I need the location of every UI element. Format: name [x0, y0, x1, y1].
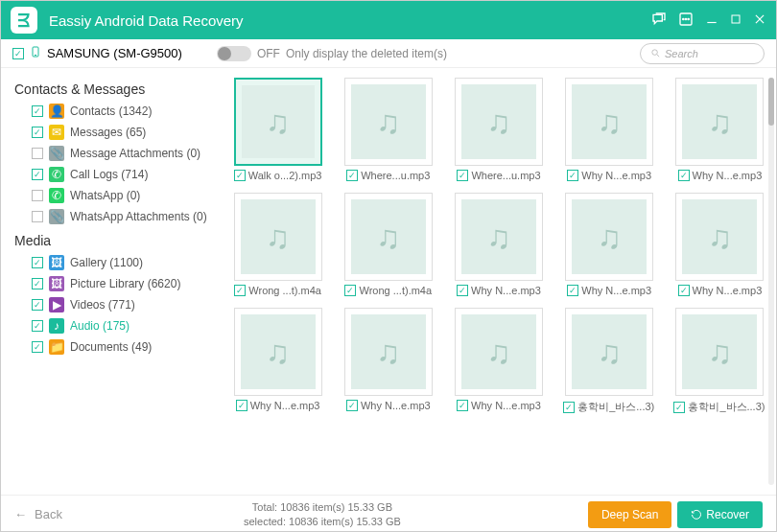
- audio-checkbox[interactable]: ✓: [678, 285, 690, 296]
- audio-item[interactable]: ♫✓Why N...e.mp3: [338, 308, 438, 414]
- sidebar-item-piclib[interactable]: ✓🖼Picture Library (6620): [14, 273, 222, 294]
- audio-checkbox[interactable]: ✓: [457, 400, 468, 411]
- audio-checkbox[interactable]: ✓: [563, 402, 575, 413]
- audio-checkbox[interactable]: ✓: [567, 285, 578, 296]
- audio-item[interactable]: ♫✓Why N...e.mp3: [559, 78, 660, 181]
- title-actions: [651, 12, 766, 30]
- app-title: Eassiy Android Data Recovery: [49, 12, 651, 29]
- device-bar: ✓ SAMSUNG (SM-G9500) OFF Only display th…: [1, 39, 776, 68]
- back-button[interactable]: ← Back: [14, 507, 62, 521]
- device-name: SAMSUNG (SM-G9500): [47, 46, 182, 60]
- toggle-label: Only display the deleted item(s): [286, 47, 447, 60]
- search-input[interactable]: Search: [640, 43, 765, 64]
- audio-checkbox[interactable]: ✓: [346, 400, 358, 411]
- audio-checkbox[interactable]: ✓: [457, 285, 468, 296]
- audio-thumbnail[interactable]: ♫: [234, 308, 322, 396]
- audio-thumbnail[interactable]: ♫: [455, 78, 543, 166]
- audio-checkbox[interactable]: ✓: [234, 170, 246, 181]
- audio-thumbnail[interactable]: ♫: [234, 78, 322, 166]
- sidebar-item-msgatt[interactable]: ✓📎Message Attachments (0): [14, 143, 222, 164]
- recover-icon: [691, 509, 702, 520]
- scrollbar-thumb[interactable]: [768, 78, 774, 126]
- audio-item[interactable]: ♫✓Wrong ...t).m4a: [227, 193, 328, 296]
- menu-icon[interactable]: [678, 12, 694, 30]
- music-note-icon: ♫: [266, 104, 291, 141]
- footer-stats: Total: 10836 item(s) 15.33 GB selected: …: [62, 500, 582, 528]
- audio-checkbox[interactable]: ✓: [236, 400, 247, 411]
- audio-checkbox[interactable]: ✓: [673, 402, 685, 413]
- audio-label: ✓Why N...e.mp3: [567, 170, 651, 181]
- audio-label: ✓Where...u.mp3: [457, 170, 540, 181]
- audio-thumbnail[interactable]: ♫: [234, 193, 322, 281]
- footer: ← Back Total: 10836 item(s) 15.33 GB sel…: [1, 495, 776, 532]
- music-note-icon: ♫: [376, 104, 401, 141]
- audio-checkbox[interactable]: ✓: [567, 170, 578, 181]
- audio-item[interactable]: ♫✓Why N...e.mp3: [670, 78, 770, 181]
- scrollbar-track[interactable]: [768, 78, 774, 485]
- svg-line-11: [657, 55, 659, 57]
- audio-label: ✓홍학비_바스...3).mp3: [673, 400, 765, 414]
- audio-checkbox[interactable]: ✓: [346, 170, 358, 181]
- audio-item[interactable]: ♫✓Why N...e.mp3: [559, 193, 660, 296]
- audio-thumbnail[interactable]: ♫: [344, 193, 433, 281]
- recover-button[interactable]: Recover: [677, 501, 763, 528]
- minimize-icon[interactable]: [705, 12, 718, 29]
- audio-filename: Where...u.mp3: [361, 170, 430, 181]
- svg-point-2: [685, 18, 686, 19]
- feedback-icon[interactable]: [651, 12, 667, 30]
- documents-icon: 📁: [49, 339, 64, 355]
- sidebar-item-contacts[interactable]: ✓👤Contacts (1342): [14, 101, 222, 122]
- whatsapp-icon: ✆: [49, 188, 64, 203]
- audio-item[interactable]: ♫✓홍학비_바스...3).mp3: [559, 308, 660, 414]
- sidebar-item-videos[interactable]: ✓▶Videos (771): [14, 294, 222, 315]
- audio-filename: Why N...e.mp3: [250, 400, 320, 411]
- audio-filename: Wrong ...t).m4a: [248, 285, 321, 296]
- audio-checkbox[interactable]: ✓: [234, 285, 246, 296]
- close-icon[interactable]: [753, 12, 766, 29]
- audio-thumbnail[interactable]: ♫: [675, 193, 764, 281]
- audio-thumbnail[interactable]: ♫: [565, 193, 653, 281]
- audio-item[interactable]: ♫✓Wrong ...t).m4a: [338, 193, 438, 296]
- svg-point-10: [652, 50, 658, 56]
- audio-item[interactable]: ♫✓Why N...e.mp3: [670, 193, 770, 296]
- audio-item[interactable]: ♫✓Why N...e.mp3: [448, 308, 549, 414]
- audio-item[interactable]: ♫✓Why N...e.mp3: [448, 193, 549, 296]
- audio-thumbnail[interactable]: ♫: [344, 308, 433, 396]
- wa-attachment-icon: 📎: [49, 209, 64, 224]
- sidebar-item-calllogs[interactable]: ✓✆Call Logs (714): [14, 164, 222, 185]
- audio-item[interactable]: ♫✓Walk o...2).mp3: [227, 78, 328, 181]
- audio-thumbnail[interactable]: ♫: [565, 78, 653, 166]
- audio-checkbox[interactable]: ✓: [678, 170, 690, 181]
- maximize-icon[interactable]: [730, 12, 742, 28]
- messages-icon: ✉: [49, 125, 64, 140]
- audio-thumbnail[interactable]: ♫: [565, 308, 653, 396]
- sidebar-item-messages[interactable]: ✓✉Messages (65): [14, 122, 222, 143]
- sidebar-item-audio[interactable]: ✓♪Audio (175): [14, 315, 222, 336]
- sidebar-item-whatsapp[interactable]: ✓✆WhatsApp (0): [14, 185, 222, 206]
- search-placeholder: Search: [665, 48, 698, 59]
- sidebar-item-docs[interactable]: ✓📁Documents (49): [14, 336, 222, 358]
- sidebar-item-waatt[interactable]: ✓📎WhatsApp Attachments (0): [14, 206, 222, 227]
- audio-checkbox[interactable]: ✓: [344, 285, 356, 296]
- audio-thumbnail[interactable]: ♫: [675, 308, 764, 396]
- audio-item[interactable]: ♫✓Where...u.mp3: [448, 78, 549, 181]
- sidebar-item-gallery[interactable]: ✓🖼Gallery (1100): [14, 252, 222, 273]
- audio-checkbox[interactable]: ✓: [457, 170, 468, 181]
- audio-thumbnail[interactable]: ♫: [675, 78, 764, 166]
- audio-item[interactable]: ♫✓Where...u.mp3: [338, 78, 438, 181]
- audio-label: ✓Why N...e.mp3: [567, 285, 651, 296]
- music-note-icon: ♫: [597, 219, 622, 256]
- audio-thumbnail[interactable]: ♫: [455, 308, 543, 396]
- svg-point-3: [688, 18, 689, 19]
- deep-scan-button[interactable]: Deep Scan: [588, 501, 671, 528]
- deleted-toggle[interactable]: [217, 46, 251, 61]
- section-media: Media: [14, 233, 222, 248]
- audio-filename: Wrong ...t).m4a: [359, 285, 432, 296]
- music-note-icon: ♫: [266, 219, 291, 256]
- audio-item[interactable]: ♫✓홍학비_바스...3).mp3: [670, 308, 770, 414]
- device-checkbox[interactable]: ✓: [12, 48, 24, 59]
- audio-item[interactable]: ♫✓Why N...e.mp3: [227, 308, 328, 414]
- audio-thumbnail[interactable]: ♫: [455, 193, 543, 281]
- audio-thumbnail[interactable]: ♫: [344, 78, 433, 166]
- music-note-icon: ♫: [266, 334, 291, 371]
